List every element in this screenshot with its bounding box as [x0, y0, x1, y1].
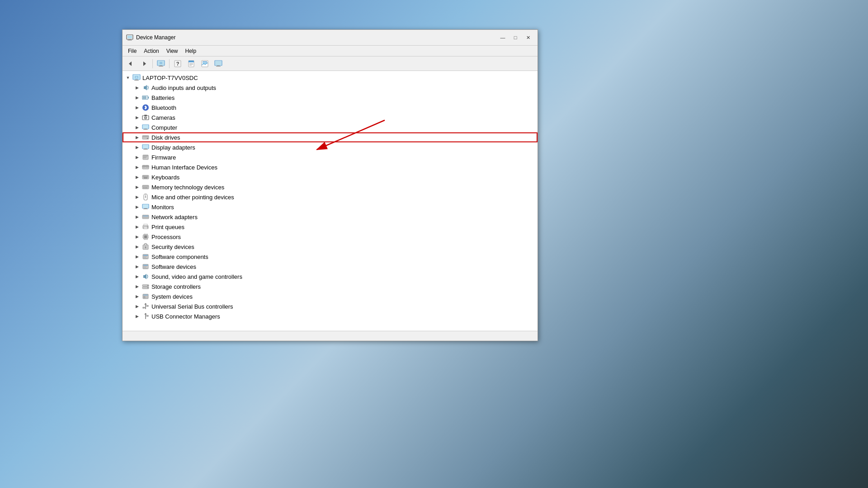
tree-item-software-components[interactable]: ▶ Software components — [123, 252, 538, 262]
tree-item-bluetooth[interactable]: ▶ Bluetooth — [123, 103, 538, 113]
mice-expand-icon[interactable]: ▶ — [133, 193, 141, 201]
software-dev-icon — [142, 263, 150, 270]
usb-connector-expand-icon[interactable]: ▶ — [133, 313, 141, 320]
batteries-expand-icon[interactable]: ▶ — [133, 94, 141, 101]
svg-rect-74 — [144, 208, 147, 209]
system-expand-icon[interactable]: ▶ — [133, 293, 141, 300]
tree-item-sound[interactable]: ▶ Sound, video and game controllers — [123, 272, 538, 282]
menu-view[interactable]: View — [163, 47, 182, 55]
tree-item-keyboards[interactable]: ▶ Keyboards — [123, 172, 538, 182]
memory-expand-icon[interactable]: ▶ — [133, 183, 141, 191]
menu-help[interactable]: Help — [182, 47, 200, 55]
tree-item-software-devices[interactable]: ▶ Software devices — [123, 262, 538, 272]
usb-label: Universal Serial Bus controllers — [151, 303, 233, 310]
maximize-button[interactable]: □ — [509, 33, 521, 42]
title-bar: Device Manager — □ ✕ — [123, 30, 538, 46]
monitors-expand-icon[interactable]: ▶ — [133, 203, 141, 211]
root-label: LAPTOP-T7VV0SDC — [142, 75, 198, 81]
tree-item-mice[interactable]: ▶ Mice and other pointing devices — [123, 192, 538, 202]
svg-rect-56 — [146, 165, 149, 167]
scan-button[interactable] — [198, 58, 211, 70]
mice-label: Mice and other pointing devices — [151, 194, 234, 201]
tree-item-batteries[interactable]: ▶ Batteries — [123, 93, 538, 103]
usb-expand-icon[interactable]: ▶ — [133, 303, 141, 310]
toolbar-sep-2 — [169, 59, 170, 68]
security-expand-icon[interactable]: ▶ — [133, 243, 141, 250]
close-button[interactable]: ✕ — [522, 33, 534, 42]
software-components-label: Software components — [151, 253, 208, 260]
svg-rect-87 — [142, 237, 143, 238]
network-icon — [142, 213, 150, 221]
tree-item-memory[interactable]: ▶ Memory technology devices — [123, 182, 538, 192]
network-expand-icon[interactable]: ▶ — [133, 213, 141, 221]
window-title: Device Manager — [136, 34, 175, 41]
tree-item-display[interactable]: ▶ Display adapters — [123, 142, 538, 152]
usb-connector-icon — [142, 313, 150, 320]
tree-item-security[interactable]: ▶ Security devices — [123, 242, 538, 252]
svg-rect-9 — [159, 66, 163, 66]
tree-item-storage[interactable]: ▶ Storage controllers — [123, 282, 538, 291]
software-dev-expand-icon[interactable]: ▶ — [133, 263, 141, 270]
svg-rect-19 — [203, 61, 207, 62]
hid-expand-icon[interactable]: ▶ — [133, 164, 141, 171]
computer-expand-icon[interactable]: ▶ — [133, 124, 141, 131]
tree-item-disk-drives[interactable]: ▶ Disk drives — [123, 132, 538, 142]
storage-label: Storage controllers — [151, 283, 201, 290]
tree-item-audio[interactable]: ▶ Audio inputs and outputs — [123, 83, 538, 93]
svg-rect-82 — [144, 227, 147, 229]
security-icon — [142, 243, 150, 250]
tree-item-usb[interactable]: ▶ Universal Serial Bus controllers — [123, 301, 538, 311]
help-button[interactable]: ? — [171, 58, 184, 70]
network-label: Network adapters — [151, 214, 198, 221]
minimize-button[interactable]: — — [497, 33, 509, 42]
menu-file[interactable]: File — [124, 47, 140, 55]
tree-item-print[interactable]: ▶ Print queues — [123, 222, 538, 232]
keyboards-expand-icon[interactable]: ▶ — [133, 174, 141, 181]
software-comp-expand-icon[interactable]: ▶ — [133, 253, 141, 260]
properties-button[interactable] — [185, 58, 198, 70]
tree-item-usb-connector[interactable]: ▶ USB Connector Managers — [123, 311, 538, 321]
tree-item-cameras[interactable]: ▶ Cameras — [123, 113, 538, 122]
firmware-expand-icon[interactable]: ▶ — [133, 154, 141, 161]
display-expand-icon[interactable]: ▶ — [133, 144, 141, 151]
svg-rect-114 — [143, 295, 148, 296]
processors-label: Processors — [151, 234, 181, 240]
cameras-expand-icon[interactable]: ▶ — [133, 114, 141, 121]
tree-item-network[interactable]: ▶ Network adapters — [123, 212, 538, 222]
print-expand-icon[interactable]: ▶ — [133, 223, 141, 230]
tree-item-system[interactable]: ▶ System devices — [123, 291, 538, 301]
audio-label: Audio inputs and outputs — [151, 84, 216, 91]
tree-item-firmware[interactable]: ▶ Firmware — [123, 152, 538, 162]
tree-item-hid[interactable]: ▶ Human Interface Devices — [123, 162, 538, 172]
tree-root[interactable]: ▼ LAPTOP-T7VV0SDC — [123, 73, 538, 83]
forward-button[interactable] — [138, 58, 151, 70]
storage-expand-icon[interactable]: ▶ — [133, 283, 141, 290]
root-expand-icon[interactable]: ▼ — [124, 74, 132, 81]
toolbar: ? — [123, 56, 538, 71]
bluetooth-expand-icon[interactable]: ▶ — [133, 104, 141, 111]
tree-item-monitors[interactable]: ▶ Monitors — [123, 202, 538, 212]
monitors-icon — [142, 203, 150, 211]
tree-item-processors[interactable]: ▶ — [123, 232, 538, 242]
computer-view-button[interactable] — [155, 58, 167, 70]
svg-marker-119 — [144, 303, 147, 305]
svg-rect-105 — [143, 265, 148, 266]
sound-expand-icon[interactable]: ▶ — [133, 273, 141, 280]
tree-panel[interactable]: ▼ LAPTOP-T7VV0SDC ▶ — [123, 71, 538, 331]
svg-rect-77 — [143, 216, 148, 216]
back-button[interactable] — [124, 58, 137, 70]
disk-expand-icon[interactable]: ▶ — [133, 134, 141, 141]
svg-rect-41 — [143, 129, 148, 130]
monitor-button[interactable] — [212, 58, 225, 70]
toolbar-sep-1 — [152, 59, 153, 68]
menu-action[interactable]: Action — [140, 47, 162, 55]
svg-text:?: ? — [176, 61, 179, 66]
memory-icon — [142, 183, 150, 191]
monitor-icon — [214, 60, 222, 67]
tree-item-computer[interactable]: ▶ Computer — [123, 122, 538, 132]
processors-expand-icon[interactable]: ▶ — [133, 233, 141, 240]
svg-point-112 — [147, 287, 148, 288]
audio-expand-icon[interactable]: ▶ — [133, 84, 141, 91]
sound-icon — [142, 273, 150, 280]
svg-rect-89 — [148, 237, 149, 238]
